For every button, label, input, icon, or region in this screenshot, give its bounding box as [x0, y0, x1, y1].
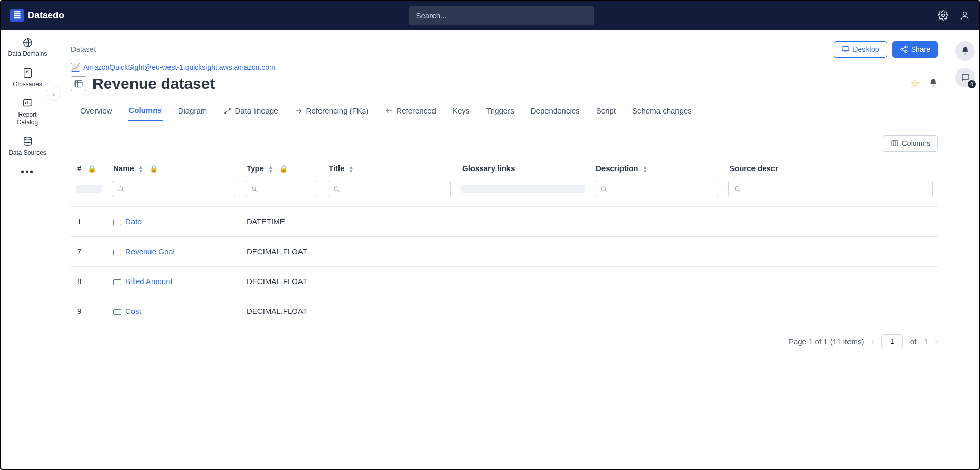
col-header-glossary[interactable]: Glossary links: [456, 159, 590, 178]
filter-type[interactable]: [246, 181, 317, 197]
filter-source-descr[interactable]: [728, 181, 933, 197]
svg-point-8: [901, 48, 903, 50]
tab-referencing[interactable]: Referencing (FKs): [294, 103, 370, 121]
search-icon: [251, 185, 257, 193]
sidebar-item-data-domains[interactable]: Data Domains: [7, 37, 48, 58]
desktop-icon: [841, 45, 850, 53]
cell-name: Revenue Goal: [107, 237, 240, 267]
search-input[interactable]: [409, 6, 594, 25]
page-input[interactable]: [881, 334, 903, 348]
chat-icon: [960, 73, 970, 82]
svg-rect-10: [75, 80, 82, 87]
tab-bar: Overview Columns Diagram Data lineage Re…: [71, 103, 938, 121]
sidebar-more-icon[interactable]: •••: [21, 166, 34, 178]
button-label: Columns: [902, 139, 930, 147]
svg-point-7: [905, 46, 907, 48]
col-header-name[interactable]: Name ▲▼ 🔒: [107, 159, 240, 178]
breadcrumb: Dataset: [71, 45, 96, 53]
pagination: Page 1 of 1 (11 items) ‹ of 1 ›: [71, 334, 938, 348]
svg-point-9: [905, 51, 907, 53]
column-field-icon: [113, 250, 121, 255]
cell-type: DATETIME: [240, 207, 323, 237]
search-icon: [118, 185, 124, 193]
tab-label: Referenced: [396, 106, 436, 115]
dataset-icon: [71, 76, 86, 91]
table-row[interactable]: 1DateDATETIME: [71, 207, 938, 237]
sidebar-item-glossaries[interactable]: Glossaries: [7, 67, 48, 88]
cell-name: Cost: [107, 296, 240, 326]
share-button[interactable]: Share: [892, 41, 938, 58]
column-name-link[interactable]: Revenue Goal: [125, 247, 175, 256]
column-field-icon: [113, 309, 121, 315]
table-row[interactable]: 9CostDECIMAL.FLOAT: [71, 296, 938, 326]
svg-point-5: [24, 137, 31, 140]
button-label: Share: [911, 45, 930, 53]
filter-description[interactable]: [595, 181, 718, 197]
brand-name: Dataedo: [28, 10, 64, 21]
cell-type: DECIMAL.FLOAT: [240, 237, 323, 267]
sort-icon: ▲▼: [643, 165, 648, 173]
table-row[interactable]: 7Revenue GoalDECIMAL.FLOAT: [71, 237, 938, 267]
svg-rect-3: [24, 69, 31, 78]
favorite-star-icon[interactable]: ☆: [910, 77, 920, 90]
svg-rect-6: [842, 47, 849, 51]
page-next-icon[interactable]: ›: [935, 337, 938, 346]
tab-overview[interactable]: Overview: [79, 103, 114, 121]
sidebar-item-report-catalog[interactable]: Report Catalog: [7, 98, 48, 126]
svg-point-17: [601, 187, 605, 191]
tab-data-lineage[interactable]: Data lineage: [222, 103, 279, 121]
column-field-icon: [113, 220, 121, 225]
notifications-button[interactable]: [955, 41, 975, 61]
chat-button[interactable]: 0: [955, 68, 975, 87]
col-header-title[interactable]: Title ▲▼: [323, 159, 456, 178]
open-desktop-button[interactable]: Desktop: [834, 41, 887, 58]
subscribe-bell-icon[interactable]: [929, 78, 938, 90]
column-name-link[interactable]: Cost: [125, 307, 141, 315]
columns-config-button[interactable]: Columns: [883, 135, 938, 152]
column-name-link[interactable]: Billed Amount: [125, 277, 173, 286]
search-icon: [600, 185, 607, 193]
lock-icon: 🔒: [149, 165, 158, 173]
cell-num: 9: [71, 296, 107, 326]
column-name-link[interactable]: Date: [125, 217, 142, 226]
col-header-source-descr[interactable]: Source descr: [723, 159, 938, 178]
tab-dependencies[interactable]: Dependencies: [530, 103, 581, 121]
tab-triggers[interactable]: Triggers: [485, 103, 515, 121]
columns-icon: [891, 139, 899, 147]
sort-icon: ▲▼: [138, 165, 143, 173]
source-link[interactable]: AmazonQuickSight@eu-west-1.quicksight.aw…: [83, 63, 275, 71]
sidebar-item-data-sources[interactable]: Data Sources: [7, 136, 48, 157]
columns-table: # 🔒 Name ▲▼ 🔒 Type ▲▼ 🔒: [71, 159, 938, 326]
filter-name[interactable]: [112, 181, 235, 197]
col-header-description[interactable]: Description ▲▼: [590, 159, 723, 178]
svg-rect-13: [892, 141, 898, 146]
tab-diagram[interactable]: Diagram: [177, 103, 209, 121]
page-prev-icon[interactable]: ‹: [871, 337, 874, 346]
col-header-type[interactable]: Type ▲▼ 🔒: [240, 159, 323, 178]
tab-referenced[interactable]: Referenced: [384, 103, 437, 121]
search-icon: [734, 185, 741, 193]
tab-label: Data lineage: [235, 106, 278, 115]
filter-num: [76, 185, 102, 193]
cell-num: 7: [71, 237, 107, 267]
report-icon: [22, 98, 33, 109]
tab-columns[interactable]: Columns: [128, 103, 163, 121]
share-icon: [900, 45, 908, 53]
account-user-icon[interactable]: [959, 10, 970, 21]
filter-title[interactable]: [328, 181, 451, 197]
tab-schema-changes[interactable]: Schema changes: [631, 103, 693, 121]
col-header-num[interactable]: # 🔒: [71, 159, 107, 178]
sidebar-item-label: Glossaries: [13, 81, 42, 88]
svg-point-15: [252, 187, 256, 191]
database-icon: [22, 136, 33, 147]
tab-keys[interactable]: Keys: [451, 103, 470, 121]
settings-gear-icon[interactable]: [938, 10, 948, 21]
brand-logo[interactable]: ≣ Dataedo: [10, 9, 64, 22]
plane-left-icon: [385, 107, 393, 115]
svg-point-18: [735, 187, 739, 191]
tab-label: Referencing (FKs): [306, 106, 369, 115]
svg-point-0: [942, 14, 945, 17]
button-label: Desktop: [853, 45, 879, 53]
tab-script[interactable]: Script: [595, 103, 617, 121]
table-row[interactable]: 8Billed AmountDECIMAL.FLOAT: [71, 267, 938, 296]
